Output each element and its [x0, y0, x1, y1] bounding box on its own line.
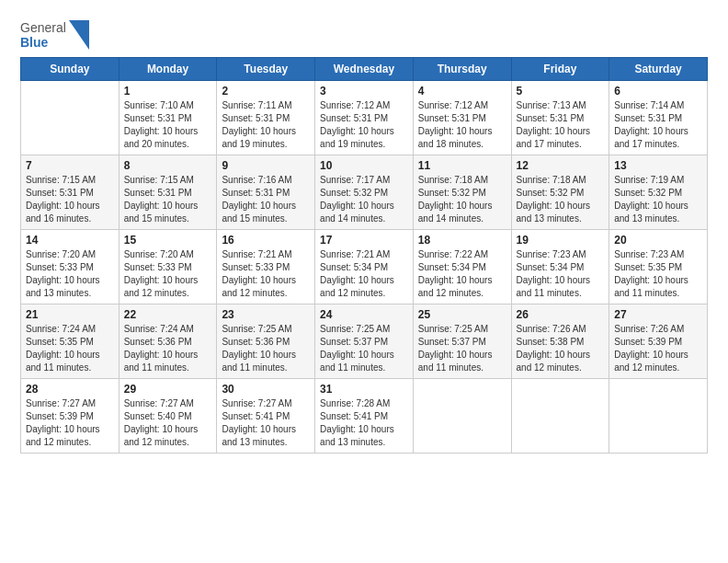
day-info: Sunrise: 7:24 AM Sunset: 5:36 PM Dayligh… [124, 323, 212, 374]
calendar-cell: 8Sunrise: 7:15 AM Sunset: 5:31 PM Daylig… [119, 155, 217, 230]
calendar-cell: 26Sunrise: 7:26 AM Sunset: 5:38 PM Dayli… [511, 304, 609, 379]
calendar-cell: 11Sunrise: 7:18 AM Sunset: 5:32 PM Dayli… [413, 155, 511, 230]
day-info: Sunrise: 7:17 AM Sunset: 5:32 PM Dayligh… [320, 174, 408, 225]
day-number: 21 [26, 308, 114, 321]
day-info: Sunrise: 7:22 AM Sunset: 5:34 PM Dayligh… [418, 248, 506, 300]
day-number: 7 [26, 159, 114, 172]
day-info: Sunrise: 7:25 AM Sunset: 5:36 PM Dayligh… [222, 323, 310, 374]
day-number: 17 [320, 234, 408, 247]
day-info: Sunrise: 7:12 AM Sunset: 5:31 PM Dayligh… [320, 99, 408, 151]
day-number: 3 [320, 85, 408, 98]
calendar-cell: 25Sunrise: 7:25 AM Sunset: 5:37 PM Dayli… [413, 304, 511, 379]
day-number: 30 [222, 383, 310, 396]
day-info: Sunrise: 7:12 AM Sunset: 5:31 PM Dayligh… [418, 99, 506, 151]
day-info: Sunrise: 7:21 AM Sunset: 5:33 PM Dayligh… [222, 248, 310, 300]
weekday-header: Saturday [609, 58, 708, 81]
weekday-header: Tuesday [217, 58, 315, 81]
calendar-cell: 29Sunrise: 7:27 AM Sunset: 5:40 PM Dayli… [119, 379, 217, 454]
day-number: 22 [124, 308, 212, 321]
weekday-header: Sunday [21, 58, 119, 81]
calendar-cell: 10Sunrise: 7:17 AM Sunset: 5:32 PM Dayli… [315, 155, 414, 230]
day-number: 4 [418, 85, 506, 98]
logo: General Blue [20, 20, 89, 50]
calendar-week-row: 7Sunrise: 7:15 AM Sunset: 5:31 PM Daylig… [21, 155, 708, 230]
day-info: Sunrise: 7:23 AM Sunset: 5:34 PM Dayligh… [517, 248, 605, 300]
calendar-cell: 2Sunrise: 7:11 AM Sunset: 5:31 PM Daylig… [217, 81, 315, 155]
day-number: 13 [614, 159, 702, 172]
calendar-cell: 28Sunrise: 7:27 AM Sunset: 5:39 PM Dayli… [21, 379, 119, 454]
calendar-week-row: 1Sunrise: 7:10 AM Sunset: 5:31 PM Daylig… [21, 81, 708, 155]
day-info: Sunrise: 7:20 AM Sunset: 5:33 PM Dayligh… [124, 248, 212, 300]
calendar-cell: 19Sunrise: 7:23 AM Sunset: 5:34 PM Dayli… [511, 230, 609, 304]
svg-marker-0 [69, 20, 89, 50]
logo-arrow-icon [69, 20, 89, 50]
day-number: 10 [320, 159, 408, 172]
day-number: 6 [614, 85, 702, 98]
weekday-header: Friday [511, 58, 609, 81]
day-info: Sunrise: 7:24 AM Sunset: 5:35 PM Dayligh… [26, 323, 114, 374]
calendar-cell [21, 81, 119, 155]
calendar-cell: 13Sunrise: 7:19 AM Sunset: 5:32 PM Dayli… [609, 155, 708, 230]
day-info: Sunrise: 7:26 AM Sunset: 5:39 PM Dayligh… [614, 323, 702, 374]
calendar-cell: 20Sunrise: 7:23 AM Sunset: 5:35 PM Dayli… [609, 230, 708, 304]
day-number: 11 [418, 159, 506, 172]
day-number: 31 [320, 383, 408, 396]
day-number: 29 [124, 383, 212, 396]
day-number: 20 [614, 234, 702, 247]
calendar-week-row: 21Sunrise: 7:24 AM Sunset: 5:35 PM Dayli… [21, 304, 708, 379]
day-info: Sunrise: 7:14 AM Sunset: 5:31 PM Dayligh… [614, 99, 702, 151]
day-info: Sunrise: 7:13 AM Sunset: 5:31 PM Dayligh… [517, 99, 605, 151]
calendar-cell: 21Sunrise: 7:24 AM Sunset: 5:35 PM Dayli… [21, 304, 119, 379]
day-info: Sunrise: 7:27 AM Sunset: 5:41 PM Dayligh… [222, 397, 310, 449]
calendar-cell: 27Sunrise: 7:26 AM Sunset: 5:39 PM Dayli… [609, 304, 708, 379]
calendar-cell: 18Sunrise: 7:22 AM Sunset: 5:34 PM Dayli… [413, 230, 511, 304]
calendar-cell: 14Sunrise: 7:20 AM Sunset: 5:33 PM Dayli… [21, 230, 119, 304]
calendar-cell: 4Sunrise: 7:12 AM Sunset: 5:31 PM Daylig… [413, 81, 511, 155]
calendar-cell: 12Sunrise: 7:18 AM Sunset: 5:32 PM Dayli… [511, 155, 609, 230]
day-info: Sunrise: 7:23 AM Sunset: 5:35 PM Dayligh… [614, 248, 702, 300]
calendar-cell [413, 379, 511, 454]
day-number: 26 [517, 308, 605, 321]
weekday-header: Thursday [413, 58, 511, 81]
day-number: 12 [517, 159, 605, 172]
day-info: Sunrise: 7:18 AM Sunset: 5:32 PM Dayligh… [517, 174, 605, 225]
page: General Blue SundayMondayTuesdayWednesda… [0, 0, 728, 563]
header: General Blue [20, 17, 708, 50]
day-number: 14 [26, 234, 114, 247]
day-number: 23 [222, 308, 310, 321]
weekday-header: Wednesday [315, 58, 414, 81]
calendar-week-row: 14Sunrise: 7:20 AM Sunset: 5:33 PM Dayli… [21, 230, 708, 304]
day-number: 8 [124, 159, 212, 172]
calendar-week-row: 28Sunrise: 7:27 AM Sunset: 5:39 PM Dayli… [21, 379, 708, 454]
calendar-cell: 16Sunrise: 7:21 AM Sunset: 5:33 PM Dayli… [217, 230, 315, 304]
day-number: 2 [222, 85, 310, 98]
day-info: Sunrise: 7:27 AM Sunset: 5:39 PM Dayligh… [26, 397, 114, 449]
weekday-header-row: SundayMondayTuesdayWednesdayThursdayFrid… [21, 58, 708, 81]
day-info: Sunrise: 7:15 AM Sunset: 5:31 PM Dayligh… [26, 174, 114, 225]
day-number: 25 [418, 308, 506, 321]
day-info: Sunrise: 7:28 AM Sunset: 5:41 PM Dayligh… [320, 397, 408, 449]
calendar-cell [609, 379, 708, 454]
day-number: 24 [320, 308, 408, 321]
calendar-cell: 30Sunrise: 7:27 AM Sunset: 5:41 PM Dayli… [217, 379, 315, 454]
calendar-cell: 6Sunrise: 7:14 AM Sunset: 5:31 PM Daylig… [609, 81, 708, 155]
day-info: Sunrise: 7:10 AM Sunset: 5:31 PM Dayligh… [124, 99, 212, 151]
calendar-cell [511, 379, 609, 454]
calendar: SundayMondayTuesdayWednesdayThursdayFrid… [20, 57, 708, 454]
day-info: Sunrise: 7:27 AM Sunset: 5:40 PM Dayligh… [124, 397, 212, 449]
day-info: Sunrise: 7:26 AM Sunset: 5:38 PM Dayligh… [517, 323, 605, 374]
day-number: 27 [614, 308, 702, 321]
calendar-cell: 15Sunrise: 7:20 AM Sunset: 5:33 PM Dayli… [119, 230, 217, 304]
weekday-header: Monday [119, 58, 217, 81]
day-info: Sunrise: 7:21 AM Sunset: 5:34 PM Dayligh… [320, 248, 408, 300]
day-info: Sunrise: 7:19 AM Sunset: 5:32 PM Dayligh… [614, 174, 702, 225]
day-info: Sunrise: 7:20 AM Sunset: 5:33 PM Dayligh… [26, 248, 114, 300]
day-number: 28 [26, 383, 114, 396]
day-info: Sunrise: 7:16 AM Sunset: 5:31 PM Dayligh… [222, 174, 310, 225]
calendar-cell: 24Sunrise: 7:25 AM Sunset: 5:37 PM Dayli… [315, 304, 414, 379]
calendar-cell: 1Sunrise: 7:10 AM Sunset: 5:31 PM Daylig… [119, 81, 217, 155]
day-number: 19 [517, 234, 605, 247]
calendar-cell: 31Sunrise: 7:28 AM Sunset: 5:41 PM Dayli… [315, 379, 414, 454]
day-number: 15 [124, 234, 212, 247]
day-info: Sunrise: 7:18 AM Sunset: 5:32 PM Dayligh… [418, 174, 506, 225]
